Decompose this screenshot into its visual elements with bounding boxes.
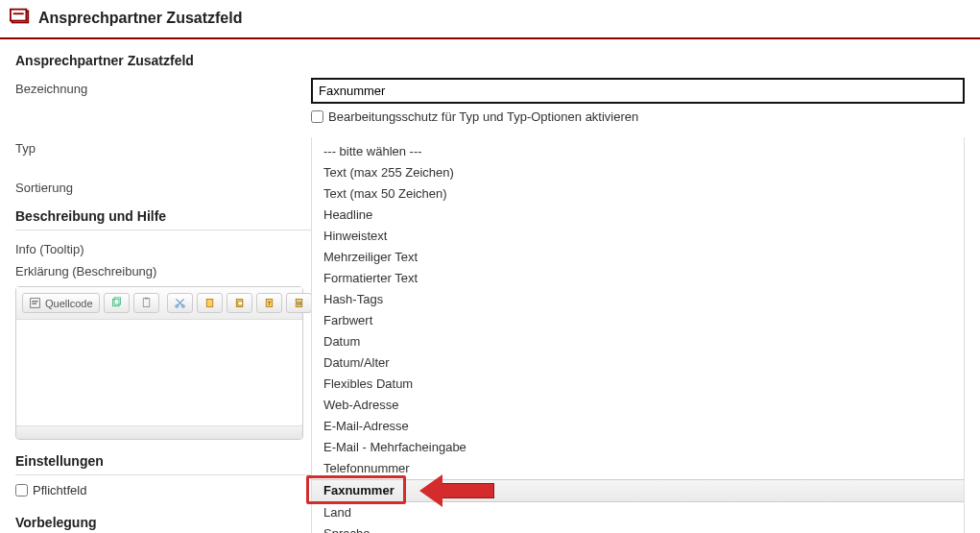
typ-option[interactable]: E-Mail-Adresse <box>312 416 964 437</box>
checkbox-bearbeitungsschutz[interactable] <box>311 110 323 123</box>
label-erklaerung: Erklärung (Beschreibung) <box>15 264 311 279</box>
svg-rect-12 <box>206 299 213 306</box>
typ-option[interactable]: Sprache <box>312 523 964 533</box>
svg-rect-2 <box>13 12 24 14</box>
paste-button[interactable] <box>133 293 159 313</box>
checkbox-pflichtfeld[interactable] <box>15 484 28 497</box>
svg-rect-4 <box>32 301 38 302</box>
editor-toolbar: Quellcode T W <box>16 287 302 320</box>
svg-rect-14 <box>237 302 242 305</box>
typ-option[interactable]: Text (max 50 Zeichen) <box>312 183 964 205</box>
section-title: Ansprechpartner Zusatzfeld <box>15 53 965 68</box>
quellcode-button[interactable]: Quellcode <box>22 293 100 313</box>
typ-option[interactable]: Datum <box>312 331 964 352</box>
typ-option[interactable]: E-Mail - Mehrfacheingabe <box>312 437 964 458</box>
typ-option[interactable]: Hinweistext <box>312 226 964 247</box>
input-bezeichnung[interactable] <box>311 78 965 104</box>
copy-button[interactable] <box>104 293 130 313</box>
label-sortierung: Sortierung <box>15 177 311 195</box>
typ-option[interactable]: Formatierter Text <box>312 268 964 289</box>
typ-option[interactable]: Flexibles Datum <box>312 374 964 395</box>
typ-option[interactable]: Farbwert <box>312 310 964 331</box>
page-header: Ansprechpartner Zusatzfeld <box>0 0 980 39</box>
typ-option[interactable]: Web-Adresse <box>312 395 964 416</box>
page-title: Ansprechpartner Zusatzfeld <box>38 10 242 27</box>
svg-text:T: T <box>267 301 271 306</box>
editor-textarea[interactable] <box>16 320 302 425</box>
typ-option[interactable]: Text (max 255 Zeichen) <box>312 162 964 183</box>
typ-option[interactable]: Faxnummer <box>312 479 964 502</box>
paste-word-icon: W <box>293 297 305 309</box>
svg-rect-8 <box>143 299 150 307</box>
clipboard-icon <box>203 297 216 309</box>
svg-text:W: W <box>297 301 302 306</box>
annotation-arrow <box>441 483 494 498</box>
typ-option[interactable]: --- bitte wählen --- <box>312 141 964 162</box>
svg-rect-7 <box>114 298 121 304</box>
paste-plain-icon: T <box>263 297 275 309</box>
label-bearbeitungsschutz: Bearbeitungsschutz für Typ und Typ-Optio… <box>328 109 638 124</box>
svg-rect-5 <box>32 303 36 304</box>
clipboard-paste-icon <box>233 297 246 309</box>
typ-option[interactable]: Telefonnummer <box>312 458 964 479</box>
typ-option[interactable]: Headline <box>312 205 964 226</box>
scissors-icon <box>174 297 186 309</box>
richtext-editor: Quellcode T W <box>15 286 303 440</box>
source-icon <box>29 297 41 309</box>
label-pflichtfeld: Pflichtfeld <box>33 483 86 497</box>
paste-icon <box>140 297 153 309</box>
row-bezeichnung: Bezeichnung Bearbeitungsschutz für Typ u… <box>15 78 965 130</box>
clipboard-copy-button[interactable] <box>197 293 223 313</box>
svg-rect-1 <box>11 10 27 21</box>
typ-option[interactable]: Mehrzeiliger Text <box>312 247 964 268</box>
paste-word-button[interactable]: W <box>286 293 312 313</box>
copy-icon <box>110 297 123 309</box>
main-content: Ansprechpartner Zusatzfeld Bezeichnung B… <box>0 39 980 533</box>
clipboard-paste-button[interactable] <box>227 293 252 313</box>
typ-option[interactable]: Land <box>312 502 964 523</box>
typ-option[interactable]: Hash-Tags <box>312 289 964 310</box>
label-typ: Typ <box>15 137 311 156</box>
editor-footer <box>16 425 302 439</box>
svg-rect-6 <box>112 299 119 305</box>
paste-plain-button[interactable]: T <box>256 293 282 313</box>
folder-icon <box>10 6 31 30</box>
typ-dropdown: --- bitte wählen ---Text (max 255 Zeiche… <box>311 137 965 533</box>
label-bezeichnung: Bezeichnung <box>15 78 311 96</box>
svg-rect-9 <box>144 298 147 300</box>
typ-option[interactable]: Datum/Alter <box>312 352 964 374</box>
cut-button[interactable] <box>167 293 193 313</box>
label-info: Info (Tooltip) <box>15 238 311 256</box>
